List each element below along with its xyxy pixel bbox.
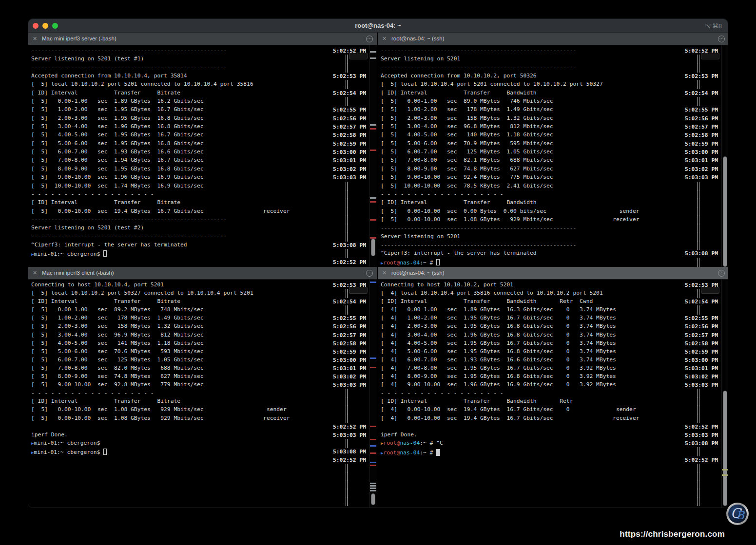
terminal-line: [ 5] 6.00-7.00 sec 125 MBytes 1.05 Gbits…	[381, 148, 728, 156]
timestamp-continuation-line	[698, 198, 699, 207]
scrollbar-mark	[370, 452, 376, 454]
terminal-line: [ 5] local 10.10.10.4 port 5201 connecte…	[381, 80, 728, 89]
line-timestamp: 5:02:57 PM	[685, 123, 718, 131]
terminal-line: [ 5] 9.00-10.00 sec 1.96 GBytes 16.9 Gbi…	[31, 173, 377, 182]
terminal-line: 5:02:52 PM	[31, 423, 377, 431]
terminal-text: [ 5] local 10.10.10.2 port 50327 connect…	[31, 290, 253, 296]
pane-close-icon[interactable]: ✕	[33, 36, 37, 42]
scrollbar-mark	[370, 128, 376, 130]
timestamp-continuation-line	[698, 258, 699, 267]
terminal-text: ^Ciperf3: interrupt - the server has ter…	[381, 250, 537, 256]
terminal-line: ▶mini-01:~ cbergeron$ 5:03:08 PM	[31, 448, 377, 456]
line-timestamp: 5:02:52 PM	[685, 47, 718, 55]
timestamp-continuation-line	[346, 55, 348, 64]
timestamp-continuation-line	[346, 249, 348, 258]
line-timestamp: 5:02:54 PM	[333, 90, 366, 97]
pane-title: Mac mini iperf3 client (-bash)	[42, 270, 114, 276]
timestamp-continuation-line	[346, 305, 348, 315]
pane-menu-icon[interactable]: ⋯	[366, 270, 373, 277]
terminal-line: ----------------------------------------…	[31, 233, 377, 241]
scrollbar-mark	[370, 426, 376, 427]
terminal-line: iperf Done.5:03:03 PM	[31, 431, 377, 439]
line-timestamp: 5:03:03 PM	[685, 381, 718, 389]
scrollbar[interactable]	[721, 45, 728, 267]
pane-titlebar: ✕ root@nas-04: ~ (ssh) ⋯	[378, 33, 728, 45]
scrollbar-mark	[370, 201, 376, 203]
line-timestamp: 5:02:53 PM	[333, 73, 366, 80]
terminal-text: :~ #	[420, 440, 436, 446]
pane-close-icon[interactable]: ✕	[382, 36, 387, 42]
terminal-cursor	[103, 250, 107, 257]
pane-titlebar: ✕ root@nas-04: ~ (ssh) ⋯	[378, 267, 728, 280]
terminal-text: [ 5] 7.00-8.00 sec 82.0 MBytes 688 Mbits…	[31, 365, 204, 371]
terminal-line: [ ID] Interval Transfer Bandwidth Retr	[381, 397, 728, 406]
terminal-text: ----------------------------------------…	[31, 47, 227, 54]
line-timestamp: 5:03:02 PM	[685, 166, 718, 173]
line-timestamp: 5:03:01 PM	[333, 157, 366, 164]
scrollbar-mark	[722, 474, 728, 476]
timestamp-continuation-line	[698, 215, 699, 225]
scrollbar[interactable]	[721, 280, 728, 508]
scrollbar-thumb[interactable]	[723, 391, 727, 506]
scrollbar-thumb[interactable]	[371, 493, 375, 505]
terminal-text: ----------------------------------------…	[381, 64, 576, 71]
terminal-text: [ 4] 6.00-7.00 sec 1.93 GBytes 16.6 Gbit…	[381, 357, 616, 363]
line-timestamp: 5:02:53 PM	[685, 282, 718, 289]
terminal-line: [ 5] 1.00-2.00 sec 178 MBytes 1.49 Gbits…	[31, 314, 377, 322]
terminal-line: ▶root@nas-04:~ #	[381, 448, 728, 456]
terminal-text: [ 4] 9.00-10.00 sec 1.96 GBytes 16.9 Gbi…	[381, 381, 616, 388]
terminal-line: - - - - - - - - - - - - - - - - - - -	[381, 389, 728, 397]
scrollbar-thumb[interactable]	[371, 239, 375, 256]
pane-close-icon[interactable]: ✕	[382, 270, 387, 276]
terminal-text: :~ #	[420, 260, 436, 266]
terminal-line: Server listening on 5201 (test #1)	[31, 55, 377, 63]
terminal-text: [ 5] 1.00-2.00 sec 178 MBytes 1.49 Gbits…	[381, 106, 553, 113]
terminal-text: ----------------------------------------…	[381, 242, 576, 248]
terminal-line: [ 5] 2.00-3.00 sec 1.95 GBytes 16.8 Gbit…	[31, 114, 377, 123]
terminal-line: [ 5] local 10.10.10.2 port 50327 connect…	[31, 289, 377, 298]
terminal-line: ▶mini-01:~ cbergeron$	[31, 249, 377, 258]
scrollbar-mark	[370, 150, 376, 151]
terminal-text: [ 4] 0.00-1.00 sec 1.89 GBytes 16.3 Gbit…	[381, 306, 616, 313]
scrollbar-thumb[interactable]	[723, 156, 727, 267]
pane-menu-icon[interactable]: ⋯	[718, 270, 725, 277]
terminal-line: [ 5] 1.00-2.00 sec 178 MBytes 1.49 Gbits…	[381, 106, 728, 114]
pane-menu-icon[interactable]: ⋯	[366, 36, 373, 42]
scrollbar[interactable]	[369, 45, 377, 267]
line-timestamp: 5:02:52 PM	[333, 259, 366, 266]
terminal-line: [ 5] 0.00-10.00 sec 0.00 Bytes 0.00 bits…	[381, 207, 728, 216]
line-timestamp: 5:02:56 PM	[333, 115, 366, 122]
terminal-text: Server listening on 5201	[381, 56, 460, 62]
line-timestamp: 5:02:59 PM	[685, 348, 718, 356]
scrollbar[interactable]	[369, 280, 377, 508]
terminal-text: [ 5] 4.00-5.00 sec 140 MBytes 1.18 Gbits…	[381, 132, 553, 138]
terminal-text: [ 5] 0.00-10.00 sec 1.08 GBytes 929 Mbit…	[381, 216, 640, 223]
terminal-text: [ 5] 10.00-10.00 sec 78.5 KBytes 2.41 Gb…	[381, 183, 553, 189]
line-timestamp: 5:03:03 PM	[685, 174, 718, 181]
timestamp-continuation-line	[698, 190, 699, 199]
terminal-line: [ ID] Interval Transfer Bandwidth5:02:54…	[381, 89, 728, 97]
terminal-text: [ 4] local 10.10.10.4 port 35816 connect…	[381, 290, 603, 296]
line-timestamp: 5:02:56 PM	[333, 323, 366, 330]
terminal-line: Connecting to host 10.10.10.2, port 5201…	[381, 281, 728, 289]
terminal-text: [ 5] 5.00-6.00 sec 70.9 MBytes 595 Mbits…	[381, 140, 553, 147]
timestamp-continuation-line	[346, 97, 348, 106]
terminal-line: ----------------------------------------…	[31, 64, 377, 72]
terminal-line: [ 4] 0.00-1.00 sec 1.89 GBytes 16.3 Gbit…	[381, 306, 728, 314]
timestamp-continuation-line	[698, 497, 699, 506]
terminal-line: [ ID] Interval Transfer Bandwidth	[381, 199, 728, 207]
terminal-line: 5:02:52 PM	[31, 258, 377, 266]
terminal-line: [ 5] 9.00-10.00 sec 92.4 MBytes 775 Mbit…	[381, 173, 728, 182]
line-timestamp: 5:03:08 PM	[685, 250, 718, 257]
pane-close-icon[interactable]: ✕	[33, 270, 37, 276]
terminal-text: [ 5] 4.00-5.00 sec 141 MBytes 1.18 Gbits…	[31, 340, 204, 346]
terminal-text: [ 5] 2.00-3.00 sec 158 MBytes 1.32 Gbits…	[31, 323, 204, 329]
logo-letter-b: B	[736, 509, 744, 522]
terminal-text: ----------------------------------------…	[31, 216, 227, 223]
timestamp-continuation-line	[698, 55, 699, 64]
window-title: root@nas-04: ~	[28, 22, 728, 29]
terminal-text: [ 4] 5.00-6.00 sec 1.95 GBytes 16.8 Gbit…	[381, 348, 616, 355]
timestamp-continuation-line	[346, 289, 348, 298]
scrollbar-mark	[370, 282, 376, 283]
pane-menu-icon[interactable]: ⋯	[718, 36, 725, 42]
